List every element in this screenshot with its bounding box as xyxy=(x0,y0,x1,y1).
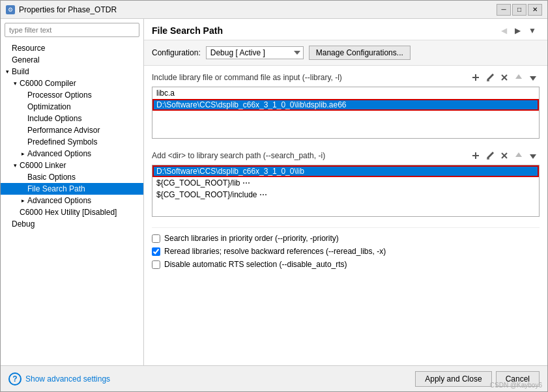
watermark: CSDN @Kayboy6 xyxy=(490,382,542,389)
section2-list-item[interactable]: D:\Software\CCS\dsplib_c66x_3_1_0_0\lib xyxy=(152,165,539,177)
tree-label-c6000compiler: C6000 Compiler xyxy=(20,79,76,88)
section2-list[interactable]: D:\Software\CCS\dsplib_c66x_3_1_0_0\lib$… xyxy=(152,165,540,217)
section2-delete-button[interactable] xyxy=(498,149,511,162)
section-search-path: Add <dir> to library search path (--sear… xyxy=(152,149,540,217)
section2-down-button[interactable] xyxy=(526,149,540,162)
checkbox-row-disable_auto_rts: Disable automatic RTS selection (--disab… xyxy=(152,258,540,271)
checkbox-label-search_priority[interactable]: Search libraries in priority order (--pr… xyxy=(164,234,339,243)
section1-edit-button[interactable] xyxy=(483,71,497,84)
tree-label-general: General xyxy=(12,55,40,64)
apply-and-close-button[interactable]: Apply and Close xyxy=(415,371,491,387)
config-label: Configuration: xyxy=(152,48,201,57)
tree: ▸Resource▸General▾Build▾C6000 Compiler▸P… xyxy=(1,41,143,365)
tree-item-c6000compiler[interactable]: ▾C6000 Compiler xyxy=(1,77,143,89)
panel-header: File Search Path ◀ ▶ ▼ xyxy=(144,19,547,40)
tree-arrow-build: ▾ xyxy=(6,68,9,75)
section1-down-button[interactable] xyxy=(526,71,540,84)
section1-delete-button[interactable] xyxy=(498,71,511,84)
tree-label-basicoptions: Basic Options xyxy=(27,173,76,182)
nav-forward-button[interactable]: ▶ xyxy=(512,24,524,37)
checkbox-label-disable_auto_rts[interactable]: Disable automatic RTS selection (--disab… xyxy=(164,260,347,269)
tree-label-c6000hexutility: C6000 Hex Utility [Disabled] xyxy=(20,208,117,217)
manage-configurations-button[interactable]: Manage Configurations... xyxy=(309,46,411,60)
tree-label-filesearchpath: File Search Path xyxy=(27,184,85,193)
tree-item-general[interactable]: ▸General xyxy=(1,54,143,66)
tree-item-processoroptions[interactable]: ▸Processor Options xyxy=(1,89,143,101)
tree-item-advancedoptions2[interactable]: ▸Advanced Options xyxy=(1,195,143,206)
checkbox-reread_libs[interactable] xyxy=(152,247,160,256)
window-icon: ⚙ xyxy=(6,5,15,14)
tree-label-advancedoptions2: Advanced Options xyxy=(27,196,91,205)
tree-item-debug[interactable]: ▸Debug xyxy=(1,218,143,230)
tree-label-includeoptions: Include Options xyxy=(27,114,81,123)
section1-list-item[interactable]: libc.a xyxy=(152,87,539,99)
section1-actions xyxy=(469,71,540,84)
tree-item-filesearchpath[interactable]: ▸File Search Path xyxy=(1,183,143,195)
tree-item-resource[interactable]: ▸Resource xyxy=(1,42,143,54)
section-library-input: Include library file or command file as … xyxy=(152,71,540,139)
window-title: Properties for Phase_OTDR xyxy=(19,5,117,14)
section1-list[interactable]: libc.aD:\Software\CCS\dsplib_c66x_3_1_0_… xyxy=(152,87,540,139)
tree-label-processoroptions: Processor Options xyxy=(27,91,92,100)
section2-edit-button[interactable] xyxy=(483,149,497,162)
tree-arrow-c6000linker: ▾ xyxy=(14,162,17,169)
tree-item-build[interactable]: ▾Build xyxy=(1,66,143,77)
tree-label-performanceadvisor: Performance Advisor xyxy=(27,126,100,135)
config-select[interactable]: Debug [ Active ] xyxy=(206,46,304,59)
tree-item-includeoptions[interactable]: ▸Include Options xyxy=(1,113,143,124)
tree-item-advancedoptions1[interactable]: ▸Advanced Options xyxy=(1,148,143,160)
show-advanced-link[interactable]: Show advanced settings xyxy=(25,374,110,384)
bottom-left: ? Show advanced settings xyxy=(8,372,110,385)
title-bar: ⚙ Properties for Phase_OTDR ─ □ ✕ xyxy=(1,1,547,19)
section2-add-button[interactable] xyxy=(469,149,482,162)
tree-label-resource: Resource xyxy=(12,44,45,53)
section1-title: Include library file or command file as … xyxy=(152,73,342,82)
checkboxes-section: Search libraries in priority order (--pr… xyxy=(152,227,540,275)
title-bar-controls: ─ □ ✕ xyxy=(497,4,542,16)
tree-item-predefinedsymbols[interactable]: ▸Predefined Symbols xyxy=(1,136,143,148)
panel-title: File Search Path xyxy=(152,25,223,36)
section2-list-item[interactable]: ${CG_TOOL_ROOT}/include ⋯ xyxy=(152,189,539,201)
filter-input[interactable] xyxy=(5,23,139,37)
nav-back-button[interactable]: ◀ xyxy=(498,24,510,37)
checkbox-disable_auto_rts[interactable] xyxy=(152,260,160,269)
section2-list-item[interactable]: ${CG_TOOL_ROOT}/lib ⋯ xyxy=(152,177,539,189)
tree-item-basicoptions[interactable]: ▸Basic Options xyxy=(1,171,143,183)
tree-label-build: Build xyxy=(12,67,29,76)
tree-item-c6000linker[interactable]: ▾C6000 Linker xyxy=(1,160,143,171)
tree-label-optimization: Optimization xyxy=(27,102,71,111)
svg-rect-1 xyxy=(475,74,476,81)
help-icon[interactable]: ? xyxy=(8,372,22,385)
tree-arrow-c6000compiler: ▾ xyxy=(14,80,17,87)
sidebar: ▸Resource▸General▾Build▾C6000 Compiler▸P… xyxy=(1,19,144,365)
main-panel: File Search Path ◀ ▶ ▼ Configuration: De… xyxy=(144,19,547,365)
nav-dropdown-button[interactable]: ▼ xyxy=(525,24,540,37)
tree-item-performanceadvisor[interactable]: ▸Performance Advisor xyxy=(1,124,143,136)
maximize-button[interactable]: □ xyxy=(512,4,526,16)
minimize-button[interactable]: ─ xyxy=(497,4,511,16)
checkbox-row-search_priority: Search libraries in priority order (--pr… xyxy=(152,232,540,245)
checkbox-search_priority[interactable] xyxy=(152,234,160,243)
tree-label-predefinedsymbols: Predefined Symbols xyxy=(27,137,97,147)
section2-actions xyxy=(469,149,540,162)
bottom-bar: ? Show advanced settings Apply and Close… xyxy=(1,365,547,391)
tree-arrow-advancedoptions2: ▸ xyxy=(22,197,25,204)
tree-label-advancedoptions1: Advanced Options xyxy=(27,149,91,158)
tree-item-optimization[interactable]: ▸Optimization xyxy=(1,101,143,113)
panel-body: Include library file or command file as … xyxy=(144,66,547,365)
section2-up-button[interactable] xyxy=(512,149,525,162)
section1-up-button[interactable] xyxy=(512,71,525,84)
tree-item-c6000hexutility[interactable]: ▸C6000 Hex Utility [Disabled] xyxy=(1,206,143,218)
section2-title: Add <dir> to library search path (--sear… xyxy=(152,151,325,160)
nav-arrows: ◀ ▶ ▼ xyxy=(498,24,540,37)
section1-add-button[interactable] xyxy=(469,71,482,84)
checkbox-label-reread_libs[interactable]: Reread libraries; resolve backward refer… xyxy=(164,247,386,256)
section1-list-item[interactable]: D:\Software\CCS\dsplib_c66x_3_1_0_0\lib\… xyxy=(152,99,539,111)
tree-label-debug: Debug xyxy=(12,219,35,229)
tree-label-c6000linker: C6000 Linker xyxy=(20,161,66,170)
tree-arrow-advancedoptions1: ▸ xyxy=(22,150,25,157)
svg-rect-6 xyxy=(475,152,476,159)
config-bar: Configuration: Debug [ Active ] Manage C… xyxy=(144,40,547,66)
checkbox-row-reread_libs: Reread libraries; resolve backward refer… xyxy=(152,245,540,258)
close-button[interactable]: ✕ xyxy=(528,4,542,16)
